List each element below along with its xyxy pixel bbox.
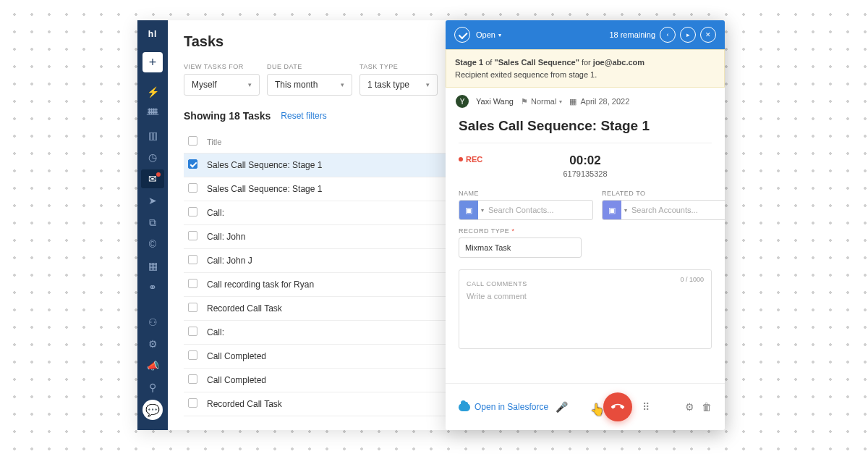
sidebar: hl + ⚡ ᚙ ▥ ◷ ✉ ➤ ⧉ © ▦ ⚭ ⚇ ⚙ 📣 ⚲ 💬	[137, 20, 168, 430]
nav-at-icon[interactable]: ©	[141, 235, 164, 253]
chevron-down-icon: ▾	[498, 32, 501, 38]
comments-count: 0 / 1000	[680, 276, 704, 283]
gear-icon[interactable]: ⚙	[685, 401, 694, 413]
row-checkbox[interactable]	[188, 374, 197, 384]
contact-icon[interactable]: ▣	[459, 201, 478, 219]
open-salesforce-link[interactable]: Open in Salesforce	[459, 402, 548, 412]
name-lookup[interactable]: ▣	[459, 200, 593, 220]
nav-megaphone-icon[interactable]: 📣	[141, 356, 164, 375]
trash-icon[interactable]: 🗑	[702, 401, 712, 413]
task-meta: Y Yaxi Wang ⚑ Normal ▾ ▦ April 28, 2022	[446, 88, 725, 115]
related-lookup[interactable]: ▣	[602, 200, 725, 220]
filter-view-select[interactable]: Myself ▾	[184, 74, 260, 96]
panel-footer: Open in Salesforce 🎤 ⠿ ⚙ 🗑	[446, 383, 725, 430]
nav-copy-icon[interactable]: ⧉	[141, 213, 164, 232]
mic-icon[interactable]: 🎤	[556, 401, 568, 413]
priority-dropdown[interactable]: ⚑ Normal ▾	[521, 97, 562, 106]
notification-dot	[156, 172, 161, 177]
call-timer: 00:02	[459, 154, 712, 168]
sequence-alert: Stage 1 of "Sales Call Sequence" for joe…	[446, 49, 725, 88]
dialpad-icon[interactable]: ⠿	[642, 401, 650, 413]
nav-broadcast-icon[interactable]: ⚲	[141, 378, 164, 397]
nav-clock-icon[interactable]: ◷	[141, 148, 164, 167]
filter-due-select[interactable]: This month ▾	[267, 74, 352, 96]
row-checkbox[interactable]	[188, 255, 197, 264]
salesforce-icon	[459, 403, 470, 411]
due-date[interactable]: ▦ April 28, 2022	[569, 97, 629, 106]
alert-body: Recipient exited sequence from stage 1.	[455, 69, 715, 81]
select-all-checkbox[interactable]	[188, 136, 197, 146]
prev-task-button[interactable]: ‹	[660, 27, 676, 43]
nav-chart-icon[interactable]: ▥	[141, 126, 164, 145]
hangup-button[interactable]	[603, 392, 632, 421]
nav-bolt-icon[interactable]: ⚡	[141, 83, 164, 101]
owner-avatar[interactable]: Y	[456, 95, 469, 108]
call-status: REC 00:02 6179135328	[459, 154, 712, 178]
nav-send-icon[interactable]: ➤	[141, 191, 164, 210]
nav-link-icon[interactable]: ⚭	[141, 278, 164, 297]
nav-branch-icon[interactable]: ᚙ	[141, 104, 164, 123]
remaining-count: 18 remaining	[609, 30, 655, 39]
filter-view-value: Myself	[192, 80, 217, 90]
name-label: NAME	[459, 190, 593, 197]
recording-indicator: REC	[459, 155, 482, 164]
nav-users-icon[interactable]: ⚇	[141, 313, 164, 332]
alert-stage: Stage 1	[455, 58, 483, 67]
account-icon[interactable]: ▣	[603, 201, 621, 219]
chevron-down-icon: ▾	[559, 98, 562, 105]
nav-tasks-icon[interactable]: ✉	[141, 169, 164, 188]
row-checkbox[interactable]	[188, 159, 197, 169]
comments-placeholder: Write a comment	[467, 292, 704, 300]
alert-sequence: "Sales Call Sequence"	[494, 58, 579, 67]
owner-name: Yaxi Wang	[476, 97, 514, 106]
related-input[interactable]	[621, 206, 725, 214]
filter-type-label: TASK TYPE	[359, 63, 438, 70]
task-title: Sales Call Sequence: Stage 1	[459, 118, 712, 143]
complete-task-button[interactable]	[454, 27, 470, 43]
comments-label: CALL COMMENTS	[467, 280, 527, 287]
close-panel-button[interactable]: ✕	[700, 27, 716, 43]
compose-button[interactable]: +	[142, 52, 163, 72]
chevron-down-icon: ▾	[341, 81, 344, 88]
next-task-button[interactable]: ▸	[680, 27, 696, 43]
reset-filters-link[interactable]: Reset filters	[281, 111, 326, 121]
status-label: Open	[476, 30, 495, 39]
chat-button[interactable]: 💬	[142, 400, 163, 420]
nav-calendar-icon[interactable]: ▦	[141, 256, 164, 275]
filter-due-label: DUE DATE	[267, 63, 352, 70]
flag-icon: ⚑	[521, 97, 528, 106]
status-dropdown[interactable]: Open ▾	[476, 30, 501, 39]
nav-settings-icon[interactable]: ⚙	[141, 335, 164, 353]
comments-box[interactable]: CALL COMMENTS 0 / 1000 Write a comment	[459, 269, 712, 349]
task-detail-panel: Open ▾ 18 remaining ‹ ▸ ✕ Stage 1 of "Sa…	[446, 20, 725, 430]
name-input[interactable]	[478, 206, 592, 214]
related-label: RELATED TO	[602, 190, 725, 197]
salesforce-label: Open in Salesforce	[475, 402, 548, 412]
chevron-down-icon: ▾	[426, 81, 430, 88]
panel-header: Open ▾ 18 remaining ‹ ▸ ✕	[446, 20, 725, 49]
row-checkbox[interactable]	[188, 398, 197, 408]
row-checkbox[interactable]	[188, 279, 197, 288]
phone-number: 6179135328	[459, 169, 712, 178]
calendar-icon: ▦	[569, 97, 576, 106]
app-logo: hl	[148, 29, 158, 39]
showing-count: Showing 18 Tasks	[184, 110, 271, 122]
record-type-input[interactable]	[459, 237, 582, 258]
row-checkbox[interactable]	[188, 303, 197, 312]
filter-type-value: 1 task type	[367, 80, 409, 90]
row-checkbox[interactable]	[188, 350, 197, 360]
alert-email: joe@abc.com	[593, 58, 644, 67]
row-checkbox[interactable]	[188, 183, 197, 193]
row-checkbox[interactable]	[188, 207, 197, 217]
record-type-label: RECORD TYPE *	[459, 227, 712, 235]
filter-due-value: This month	[275, 80, 318, 90]
row-checkbox[interactable]	[188, 231, 197, 240]
date-value: April 28, 2022	[580, 97, 629, 106]
chevron-down-icon: ▾	[248, 81, 252, 88]
filter-view-label: VIEW TASKS FOR	[184, 63, 260, 70]
row-checkbox[interactable]	[188, 327, 197, 336]
filter-type-select[interactable]: 1 task type ▾	[359, 74, 438, 96]
priority-value: Normal	[531, 97, 556, 106]
